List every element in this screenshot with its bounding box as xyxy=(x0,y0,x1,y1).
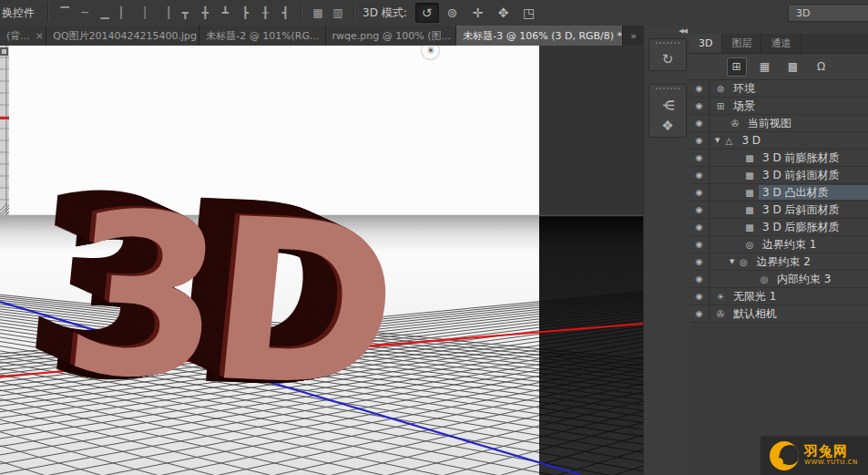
align-icons-group: ▔─▁▏│▕┳╋┻┣╂┫ xyxy=(55,5,295,21)
extruded-3d-text[interactable]: 3D xyxy=(56,182,396,419)
workspace-switcher-button[interactable]: 3D xyxy=(788,5,868,22)
distribute-hcenter-icon[interactable]: ╂ xyxy=(255,5,275,21)
scene-tree-row[interactable]: ◉✇当前视图 xyxy=(689,115,868,132)
material-icon: ▩ xyxy=(744,153,755,163)
scale-3d-icon[interactable]: ◳ xyxy=(517,3,541,23)
scene-tree-row[interactable]: ◉◎内部约束 3 xyxy=(689,271,868,288)
eye-icon: ◉ xyxy=(696,101,703,110)
scene-tree-row[interactable]: ◉▩3 D 前斜面材质 xyxy=(689,167,868,184)
visibility-toggle[interactable]: ◉ xyxy=(689,288,710,305)
distribute-top-icon[interactable]: ┳ xyxy=(175,5,195,21)
mesh-icon: △ xyxy=(723,136,734,146)
auto-align-group: ▦▥ xyxy=(308,5,348,21)
panel-tab-3D[interactable]: 3D xyxy=(689,34,722,53)
eye-icon: ◉ xyxy=(696,119,703,128)
materials-filter-icon[interactable]: ▩ xyxy=(783,57,803,77)
eye-icon: ◉ xyxy=(696,136,703,145)
visibility-toggle[interactable]: ◉ xyxy=(689,253,710,270)
scene-icon: ⊞ xyxy=(715,101,726,111)
scene-tree-row[interactable]: ◉▩3 D 后膨胀材质 xyxy=(689,219,868,236)
scene-tree-row[interactable]: ◉▼△3 D xyxy=(689,132,868,150)
3d-scene-tree: ◉⊜环境◉⊞场景◉✇当前视图◉▼△3 D◉▩3 D 前膨胀材质◉▩3 D 前斜面… xyxy=(689,80,868,323)
scene-tree-row[interactable]: ◉⊞场景 xyxy=(689,98,868,115)
document-tab-label: 未标题-2 @ 101%(RG... xyxy=(206,29,319,43)
scene-tree-row[interactable]: ◉▼◎边界约束 2 xyxy=(689,253,868,271)
scene-tree-row[interactable]: ◉▩3 D 后斜面材质 xyxy=(689,201,868,219)
constraint-icon: ◎ xyxy=(759,274,770,284)
dock-grip[interactable] xyxy=(656,88,679,91)
document-tab[interactable]: 未标题-3 @ 106% (3 D, RGB/8) *× xyxy=(456,26,623,46)
constraint-icon: ◎ xyxy=(738,257,749,267)
align-hcenter-icon[interactable]: │ xyxy=(135,5,155,21)
visibility-toggle[interactable]: ◉ xyxy=(689,167,710,183)
rotate-3d-icon[interactable]: ↺ xyxy=(415,3,439,23)
visibility-toggle[interactable]: ◉ xyxy=(689,150,710,166)
environment-icon: ⊜ xyxy=(715,84,726,94)
document-tab[interactable]: rwqe.png @ 100% (图...× xyxy=(326,26,457,46)
distribute-vcenter-icon[interactable]: ╋ xyxy=(195,5,215,21)
visibility-toggle[interactable]: ◉ xyxy=(689,115,710,131)
auto-blend-icon[interactable]: ▥ xyxy=(328,5,348,21)
distribute-right-icon[interactable]: ┫ xyxy=(275,5,295,21)
canvas-3d-viewport[interactable]: 3D ✳ xyxy=(0,46,643,475)
align-right-icon[interactable]: ▕ xyxy=(155,5,175,21)
watermark: 羽兔网 WWW.YUTU.CN xyxy=(761,436,868,475)
visibility-toggle[interactable]: ◉ xyxy=(689,132,710,149)
history-icon[interactable]: ↻ xyxy=(662,53,674,67)
background-window-sliver xyxy=(0,46,9,216)
visibility-toggle[interactable]: ◉ xyxy=(689,305,710,322)
scene-tree-label: 边界约束 2 xyxy=(752,254,813,269)
align-bottom-icon[interactable]: ▁ xyxy=(95,5,115,21)
visibility-toggle[interactable]: ◉ xyxy=(689,271,710,287)
panel-tab-bar: 3D图层通道 xyxy=(689,34,868,54)
distribute-bottom-icon[interactable]: ┻ xyxy=(215,5,235,21)
visibility-toggle[interactable]: ◉ xyxy=(689,236,710,253)
document-tab[interactable]: QQ图片20140424215400.jpg× xyxy=(46,26,199,46)
tools-icon[interactable]: Ψ xyxy=(661,100,675,111)
visibility-toggle[interactable]: ◉ xyxy=(689,80,710,97)
scene-tree-row[interactable]: ◉▩3 D 前膨胀材质 xyxy=(689,150,868,167)
scene-tree-label: 当前视图 xyxy=(744,116,795,130)
panel-tab-图层[interactable]: 图层 xyxy=(722,34,761,53)
watermark-title: 羽兔网 xyxy=(804,444,858,460)
constraint-icon: ◎ xyxy=(744,240,755,250)
collapse-panels-icon[interactable]: ◀◀ xyxy=(679,27,687,35)
document-tab[interactable]: (背...× xyxy=(0,26,46,46)
lights-filter-icon[interactable]: Ω xyxy=(812,57,832,77)
eye-icon: ◉ xyxy=(696,84,703,93)
meshes-filter-icon[interactable]: ▦ xyxy=(755,57,775,77)
scene-tree-row[interactable]: ◉☀无限光 1 xyxy=(689,288,868,305)
document-tab-label: rwqe.png @ 100% (图... xyxy=(332,29,451,43)
close-tab-icon[interactable]: × xyxy=(36,30,44,42)
visibility-toggle[interactable]: ◉ xyxy=(689,98,710,114)
dock-grip[interactable] xyxy=(656,42,679,46)
visibility-toggle[interactable]: ◉ xyxy=(689,184,710,201)
roll-3d-icon[interactable]: ⊚ xyxy=(441,3,465,23)
visibility-toggle[interactable]: ◉ xyxy=(689,219,710,235)
auto-align-icon[interactable]: ▦ xyxy=(308,5,328,21)
eye-icon: ◉ xyxy=(696,257,703,266)
document-tab[interactable]: 未标题-2 @ 101%(RG...× xyxy=(199,26,325,46)
eye-icon: ◉ xyxy=(696,153,703,162)
distribute-left-icon[interactable]: ┣ xyxy=(235,5,255,21)
expander-icon[interactable]: ▼ xyxy=(715,137,720,144)
scene-tree-label: 3 D 前斜面材质 xyxy=(759,168,843,182)
slide-3d-icon[interactable]: ✥ xyxy=(492,3,516,23)
scene-tree-row[interactable]: ◉◎边界约束 1 xyxy=(689,236,868,253)
panel-tab-通道[interactable]: 通道 xyxy=(761,34,801,53)
brushes-icon[interactable]: ❖ xyxy=(661,119,673,133)
tab-overflow-chevron[interactable]: » xyxy=(623,26,643,46)
visibility-toggle[interactable]: ◉ xyxy=(689,201,710,218)
align-vcenter-icon[interactable]: ─ xyxy=(75,5,95,21)
align-left-icon[interactable]: ▏ xyxy=(115,5,135,21)
scene-tree-icon[interactable]: ⊞ xyxy=(727,57,747,77)
scene-tree-row[interactable]: ◉▩3 D 凸出材质 xyxy=(689,184,868,201)
3d-mode-icons-group: ↺⊚✛✥◳ xyxy=(414,3,542,23)
watermark-url: WWW.YUTU.CN xyxy=(804,460,858,467)
scene-tree-row[interactable]: ◉⊜环境 xyxy=(689,80,868,98)
scene-tree-row[interactable]: ◉✇默认相机 xyxy=(689,305,868,323)
drag-3d-icon[interactable]: ✛ xyxy=(466,3,490,23)
align-top-icon[interactable]: ▔ xyxy=(55,5,75,21)
collapsed-panel-dock: ◀◀ ↻ Ψ ❖ xyxy=(643,26,690,475)
expander-icon[interactable]: ▼ xyxy=(730,258,734,265)
